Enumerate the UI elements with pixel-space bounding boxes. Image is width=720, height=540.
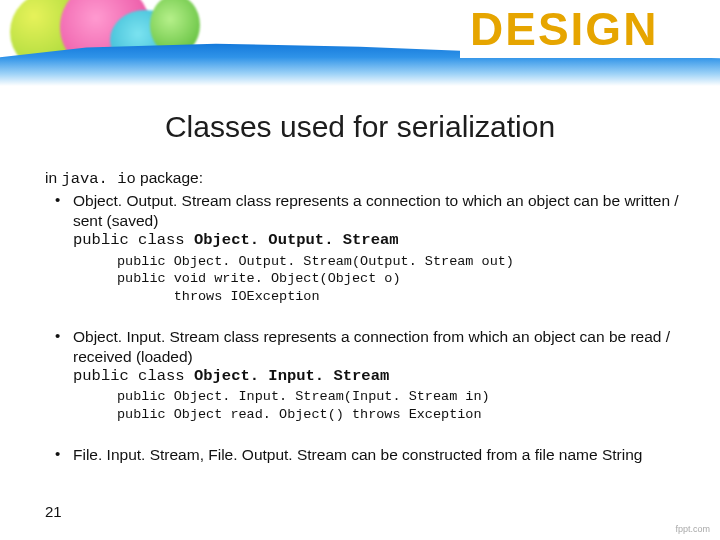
- bullet2-text: Object. Input. Stream class represents a…: [73, 328, 670, 364]
- design-logo-text: DESIGN: [470, 2, 658, 56]
- footer-credit: fppt.com: [675, 524, 710, 534]
- output-stream-code: public Object. Output. Stream(Output. St…: [117, 253, 685, 306]
- bullet-file-streams: File. Input. Stream, File. Output. Strea…: [45, 445, 685, 464]
- decl-class-2: Object. Input. Stream: [194, 367, 389, 385]
- bullet-output-stream: Object. Output. Stream class represents …: [45, 191, 685, 230]
- decl-prefix: public class: [73, 231, 194, 249]
- bullet-input-stream: Object. Input. Stream class represents a…: [45, 327, 685, 366]
- decl-prefix-2: public class: [73, 367, 194, 385]
- input-stream-code: public Object. Input. Stream(Input. Stre…: [117, 388, 685, 423]
- slide-banner: DESIGN: [0, 0, 720, 90]
- intro-package: java. io: [61, 170, 135, 188]
- intro-suffix: package:: [136, 169, 203, 186]
- design-logo: DESIGN: [460, 0, 720, 58]
- slide-title: Classes used for serialization: [0, 110, 720, 144]
- output-stream-decl: public class Object. Output. Stream: [73, 231, 685, 250]
- intro-prefix: in: [45, 169, 61, 186]
- intro-line: in java. io package:: [45, 168, 685, 189]
- bullet3-text: File. Input. Stream, File. Output. Strea…: [73, 446, 642, 463]
- input-stream-decl: public class Object. Input. Stream: [73, 367, 685, 386]
- page-number: 21: [45, 503, 62, 520]
- slide-content: in java. io package: Object. Output. Str…: [45, 168, 685, 487]
- bullet1-text: Object. Output. Stream class represents …: [73, 192, 679, 228]
- decl-class: Object. Output. Stream: [194, 231, 399, 249]
